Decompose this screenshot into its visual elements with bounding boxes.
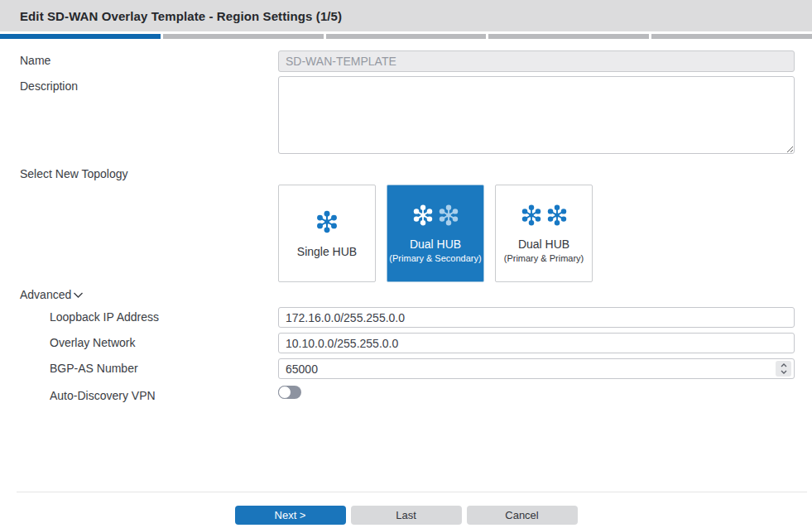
card-subtitle: (Primary & Primary) [504, 252, 584, 264]
description-textarea[interactable] [278, 76, 795, 154]
single-hub-icon-group [315, 209, 339, 235]
hub-node-icon [411, 203, 435, 228]
topology-card-single-hub[interactable]: Single HUB [278, 185, 376, 282]
topology-card-dual-hub-primary-secondary[interactable]: Dual HUB (Primary & Secondary) [387, 185, 484, 282]
overlay-network-input[interactable] [278, 333, 795, 353]
topology-cards: Single HUB [278, 185, 795, 282]
name-input [278, 50, 795, 72]
dual-hub-icon-group [411, 203, 460, 228]
name-row: Name [20, 50, 795, 72]
footer-divider [17, 492, 807, 492]
sdwan-template-dialog: Edit SD-WAN Overlay Template - Region Se… [0, 0, 812, 528]
bgp-as-label: BGP-AS Number [20, 358, 278, 375]
wizard-step-2 [163, 34, 324, 39]
overlay-network-label: Overlay Network [20, 333, 278, 349]
topology-label: Select New Topology [20, 164, 278, 180]
description-row: Description [20, 76, 795, 157]
topology-card-dual-hub-primary-primary[interactable]: Dual HUB (Primary & Primary) [495, 185, 593, 282]
bgp-as-input[interactable] [278, 358, 795, 379]
chevron-down-icon [73, 291, 84, 299]
next-button[interactable]: Next > [235, 506, 346, 525]
loopback-label: Loopback IP Address [20, 307, 278, 324]
card-title: Dual HUB [518, 238, 569, 251]
card-title: Single HUB [297, 245, 357, 258]
advanced-section-toggle[interactable]: Advanced [20, 288, 84, 301]
dialog-header: Edit SD-WAN Overlay Template - Region Se… [0, 0, 812, 31]
wizard-step-1 [0, 34, 161, 39]
name-label: Name [20, 50, 278, 67]
hub-node-icon [315, 209, 339, 235]
auto-discovery-label: Auto-Discovery VPN [20, 386, 278, 402]
auto-discovery-vpn-toggle[interactable] [278, 386, 301, 399]
loopback-row: Loopback IP Address [20, 307, 795, 328]
stepper-arrows-icon [780, 362, 788, 375]
loopback-input[interactable] [278, 307, 795, 328]
hub-node-icon [545, 203, 569, 228]
topology-row: Select New Topology [20, 164, 795, 282]
wizard-step-4 [488, 34, 649, 39]
toggle-knob [278, 386, 291, 399]
dual-hub-icon-group [520, 203, 569, 228]
hub-node-icon [520, 203, 543, 228]
cancel-button[interactable]: Cancel [467, 506, 578, 525]
form-content: Name Description Select New Topology [0, 39, 812, 402]
last-button[interactable]: Last [351, 506, 462, 525]
wizard-progress-bar [0, 34, 812, 39]
advanced-label: Advanced [20, 288, 71, 301]
card-subtitle: (Primary & Secondary) [389, 252, 481, 264]
hub-node-secondary-icon [437, 203, 460, 228]
dialog-title: Edit SD-WAN Overlay Template - Region Se… [20, 9, 342, 23]
footer-buttons: Next > Last Cancel [0, 506, 812, 525]
bgp-as-row: BGP-AS Number [20, 358, 795, 379]
wizard-step-3 [326, 34, 487, 39]
number-stepper[interactable] [776, 361, 791, 377]
description-label: Description [20, 76, 278, 93]
card-title: Dual HUB [410, 238, 461, 251]
wizard-step-5 [651, 34, 812, 39]
dialog-footer: Next > Last Cancel [0, 492, 812, 528]
overlay-network-row: Overlay Network [20, 333, 795, 353]
auto-discovery-row: Auto-Discovery VPN [20, 386, 795, 402]
